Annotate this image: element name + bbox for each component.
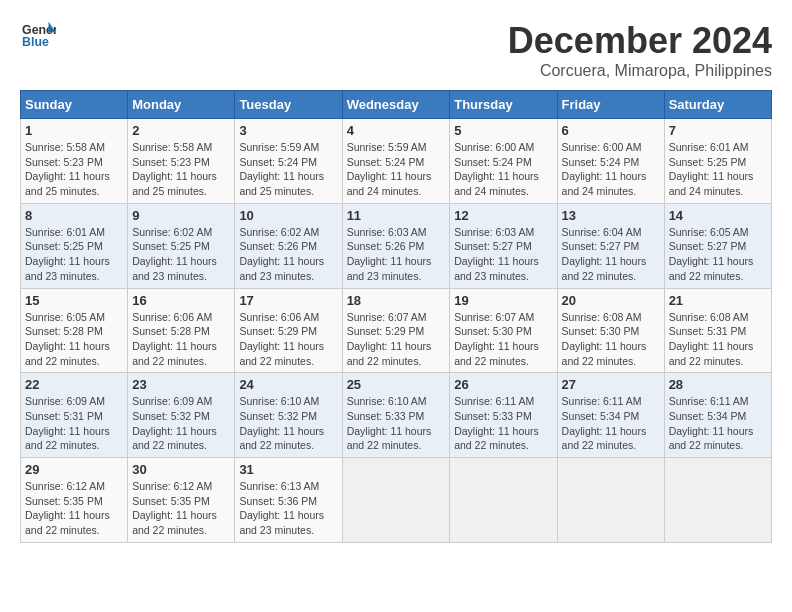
calendar-cell xyxy=(342,458,450,543)
day-info: Sunrise: 6:07 AM Sunset: 5:29 PM Dayligh… xyxy=(347,310,446,369)
day-number: 11 xyxy=(347,208,446,223)
day-info: Sunrise: 6:00 AM Sunset: 5:24 PM Dayligh… xyxy=(562,140,660,199)
title-block: December 2024 Corcuera, Mimaropa, Philip… xyxy=(508,20,772,80)
day-number: 22 xyxy=(25,377,123,392)
calendar-cell: 1Sunrise: 5:58 AM Sunset: 5:23 PM Daylig… xyxy=(21,119,128,204)
calendar-cell: 9Sunrise: 6:02 AM Sunset: 5:25 PM Daylig… xyxy=(128,203,235,288)
weekday-header-row: SundayMondayTuesdayWednesdayThursdayFrid… xyxy=(21,91,772,119)
day-number: 1 xyxy=(25,123,123,138)
day-number: 14 xyxy=(669,208,767,223)
day-info: Sunrise: 6:01 AM Sunset: 5:25 PM Dayligh… xyxy=(25,225,123,284)
day-number: 12 xyxy=(454,208,552,223)
calendar-cell: 4Sunrise: 5:59 AM Sunset: 5:24 PM Daylig… xyxy=(342,119,450,204)
day-info: Sunrise: 5:58 AM Sunset: 5:23 PM Dayligh… xyxy=(25,140,123,199)
calendar-cell: 29Sunrise: 6:12 AM Sunset: 5:35 PM Dayli… xyxy=(21,458,128,543)
day-info: Sunrise: 6:06 AM Sunset: 5:29 PM Dayligh… xyxy=(239,310,337,369)
day-number: 27 xyxy=(562,377,660,392)
svg-text:Blue: Blue xyxy=(22,35,49,49)
day-info: Sunrise: 6:13 AM Sunset: 5:36 PM Dayligh… xyxy=(239,479,337,538)
calendar-cell: 24Sunrise: 6:10 AM Sunset: 5:32 PM Dayli… xyxy=(235,373,342,458)
day-number: 2 xyxy=(132,123,230,138)
day-number: 23 xyxy=(132,377,230,392)
calendar-cell: 26Sunrise: 6:11 AM Sunset: 5:33 PM Dayli… xyxy=(450,373,557,458)
day-info: Sunrise: 6:12 AM Sunset: 5:35 PM Dayligh… xyxy=(132,479,230,538)
calendar-cell: 30Sunrise: 6:12 AM Sunset: 5:35 PM Dayli… xyxy=(128,458,235,543)
calendar-cell: 19Sunrise: 6:07 AM Sunset: 5:30 PM Dayli… xyxy=(450,288,557,373)
calendar-cell: 6Sunrise: 6:00 AM Sunset: 5:24 PM Daylig… xyxy=(557,119,664,204)
day-number: 17 xyxy=(239,293,337,308)
calendar-cell: 18Sunrise: 6:07 AM Sunset: 5:29 PM Dayli… xyxy=(342,288,450,373)
day-number: 30 xyxy=(132,462,230,477)
day-number: 6 xyxy=(562,123,660,138)
day-info: Sunrise: 6:08 AM Sunset: 5:30 PM Dayligh… xyxy=(562,310,660,369)
calendar-cell: 25Sunrise: 6:10 AM Sunset: 5:33 PM Dayli… xyxy=(342,373,450,458)
calendar-cell: 3Sunrise: 5:59 AM Sunset: 5:24 PM Daylig… xyxy=(235,119,342,204)
day-number: 16 xyxy=(132,293,230,308)
calendar-cell xyxy=(664,458,771,543)
month-title: December 2024 xyxy=(508,20,772,62)
calendar-cell: 13Sunrise: 6:04 AM Sunset: 5:27 PM Dayli… xyxy=(557,203,664,288)
day-number: 29 xyxy=(25,462,123,477)
calendar-cell xyxy=(450,458,557,543)
weekday-header-saturday: Saturday xyxy=(664,91,771,119)
day-number: 19 xyxy=(454,293,552,308)
day-info: Sunrise: 6:05 AM Sunset: 5:28 PM Dayligh… xyxy=(25,310,123,369)
day-info: Sunrise: 5:58 AM Sunset: 5:23 PM Dayligh… xyxy=(132,140,230,199)
day-info: Sunrise: 6:10 AM Sunset: 5:33 PM Dayligh… xyxy=(347,394,446,453)
day-number: 9 xyxy=(132,208,230,223)
day-number: 18 xyxy=(347,293,446,308)
day-info: Sunrise: 6:11 AM Sunset: 5:34 PM Dayligh… xyxy=(669,394,767,453)
calendar-week-row: 29Sunrise: 6:12 AM Sunset: 5:35 PM Dayli… xyxy=(21,458,772,543)
calendar-cell: 20Sunrise: 6:08 AM Sunset: 5:30 PM Dayli… xyxy=(557,288,664,373)
day-number: 4 xyxy=(347,123,446,138)
calendar-cell: 28Sunrise: 6:11 AM Sunset: 5:34 PM Dayli… xyxy=(664,373,771,458)
day-number: 15 xyxy=(25,293,123,308)
calendar-cell: 23Sunrise: 6:09 AM Sunset: 5:32 PM Dayli… xyxy=(128,373,235,458)
day-info: Sunrise: 6:02 AM Sunset: 5:25 PM Dayligh… xyxy=(132,225,230,284)
day-info: Sunrise: 6:09 AM Sunset: 5:31 PM Dayligh… xyxy=(25,394,123,453)
weekday-header-thursday: Thursday xyxy=(450,91,557,119)
day-number: 7 xyxy=(669,123,767,138)
calendar-cell: 11Sunrise: 6:03 AM Sunset: 5:26 PM Dayli… xyxy=(342,203,450,288)
day-number: 20 xyxy=(562,293,660,308)
weekday-header-sunday: Sunday xyxy=(21,91,128,119)
calendar-cell xyxy=(557,458,664,543)
day-info: Sunrise: 5:59 AM Sunset: 5:24 PM Dayligh… xyxy=(239,140,337,199)
calendar-week-row: 22Sunrise: 6:09 AM Sunset: 5:31 PM Dayli… xyxy=(21,373,772,458)
day-number: 8 xyxy=(25,208,123,223)
weekday-header-tuesday: Tuesday xyxy=(235,91,342,119)
logo: General Blue xyxy=(20,20,56,50)
calendar-cell: 14Sunrise: 6:05 AM Sunset: 5:27 PM Dayli… xyxy=(664,203,771,288)
day-number: 28 xyxy=(669,377,767,392)
day-info: Sunrise: 6:05 AM Sunset: 5:27 PM Dayligh… xyxy=(669,225,767,284)
day-info: Sunrise: 6:07 AM Sunset: 5:30 PM Dayligh… xyxy=(454,310,552,369)
day-number: 24 xyxy=(239,377,337,392)
day-info: Sunrise: 6:00 AM Sunset: 5:24 PM Dayligh… xyxy=(454,140,552,199)
day-info: Sunrise: 5:59 AM Sunset: 5:24 PM Dayligh… xyxy=(347,140,446,199)
calendar-week-row: 8Sunrise: 6:01 AM Sunset: 5:25 PM Daylig… xyxy=(21,203,772,288)
page-header: General Blue December 2024 Corcuera, Mim… xyxy=(20,20,772,80)
logo-icon: General Blue xyxy=(20,20,56,50)
weekday-header-wednesday: Wednesday xyxy=(342,91,450,119)
day-info: Sunrise: 6:03 AM Sunset: 5:26 PM Dayligh… xyxy=(347,225,446,284)
calendar-cell: 12Sunrise: 6:03 AM Sunset: 5:27 PM Dayli… xyxy=(450,203,557,288)
calendar-cell: 7Sunrise: 6:01 AM Sunset: 5:25 PM Daylig… xyxy=(664,119,771,204)
calendar-cell: 2Sunrise: 5:58 AM Sunset: 5:23 PM Daylig… xyxy=(128,119,235,204)
day-number: 5 xyxy=(454,123,552,138)
day-info: Sunrise: 6:08 AM Sunset: 5:31 PM Dayligh… xyxy=(669,310,767,369)
calendar-cell: 17Sunrise: 6:06 AM Sunset: 5:29 PM Dayli… xyxy=(235,288,342,373)
day-number: 13 xyxy=(562,208,660,223)
day-number: 21 xyxy=(669,293,767,308)
day-number: 25 xyxy=(347,377,446,392)
calendar-cell: 16Sunrise: 6:06 AM Sunset: 5:28 PM Dayli… xyxy=(128,288,235,373)
calendar-cell: 5Sunrise: 6:00 AM Sunset: 5:24 PM Daylig… xyxy=(450,119,557,204)
location-title: Corcuera, Mimaropa, Philippines xyxy=(508,62,772,80)
calendar-cell: 31Sunrise: 6:13 AM Sunset: 5:36 PM Dayli… xyxy=(235,458,342,543)
day-info: Sunrise: 6:09 AM Sunset: 5:32 PM Dayligh… xyxy=(132,394,230,453)
day-info: Sunrise: 6:11 AM Sunset: 5:33 PM Dayligh… xyxy=(454,394,552,453)
day-info: Sunrise: 6:10 AM Sunset: 5:32 PM Dayligh… xyxy=(239,394,337,453)
day-info: Sunrise: 6:02 AM Sunset: 5:26 PM Dayligh… xyxy=(239,225,337,284)
calendar-week-row: 1Sunrise: 5:58 AM Sunset: 5:23 PM Daylig… xyxy=(21,119,772,204)
calendar-cell: 21Sunrise: 6:08 AM Sunset: 5:31 PM Dayli… xyxy=(664,288,771,373)
day-info: Sunrise: 6:01 AM Sunset: 5:25 PM Dayligh… xyxy=(669,140,767,199)
